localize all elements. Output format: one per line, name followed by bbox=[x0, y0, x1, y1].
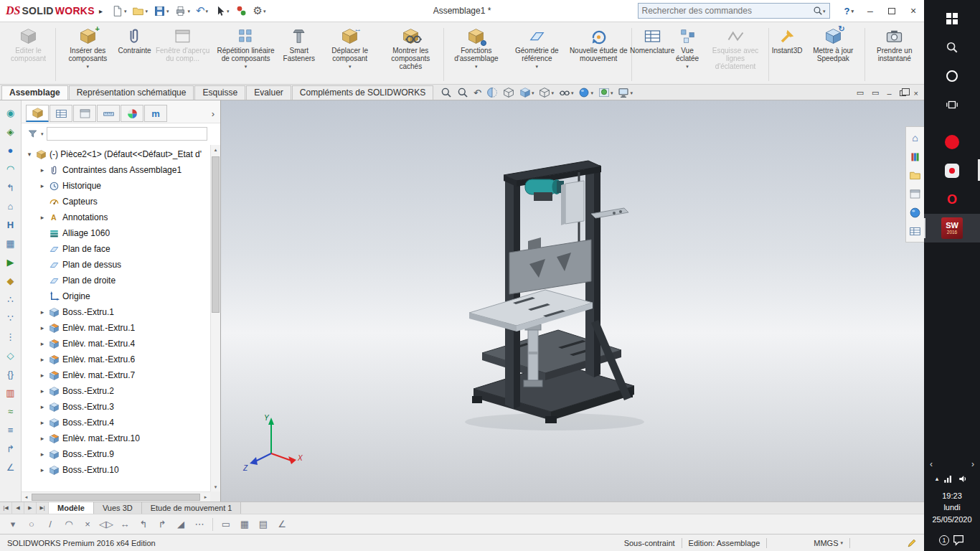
recording-app-button[interactable] bbox=[924, 128, 980, 156]
tab-featuremanager-tree[interactable] bbox=[26, 105, 49, 122]
ribbon-button-move-component[interactable]: ↔ Déplacer le composant ▾ bbox=[321, 25, 379, 71]
pattern-tool-button[interactable]: ▦ bbox=[236, 516, 253, 533]
search-button[interactable] bbox=[924, 33, 980, 62]
tab-configurationmanager[interactable] bbox=[73, 105, 96, 122]
tree-item[interactable]: Origine bbox=[22, 288, 210, 304]
tree-item[interactable]: ▸Boss.-Extru.4 bbox=[22, 415, 210, 430]
line-tool-button[interactable]: / bbox=[42, 516, 59, 533]
view-palette-tab[interactable] bbox=[908, 186, 923, 202]
left-toolbar-button[interactable]: ⋮ bbox=[3, 329, 19, 344]
search-input[interactable] bbox=[642, 6, 813, 16]
left-toolbar-button[interactable]: ▥ bbox=[3, 385, 19, 400]
open-document-button[interactable]: ▾ bbox=[129, 4, 151, 19]
resources-tab[interactable]: ⌂ bbox=[908, 130, 923, 146]
scroll-down-arrow[interactable]: ▾ bbox=[211, 482, 220, 491]
tree-item[interactable]: Plan de face bbox=[22, 241, 210, 257]
tree-item[interactable]: ▸Enlèv. mat.-Extru.4 bbox=[22, 336, 210, 352]
caret-down-icon[interactable]: ▾ bbox=[823, 9, 826, 14]
hide-show-items-button[interactable]: ▾ bbox=[557, 86, 575, 99]
cortana-button[interactable] bbox=[924, 62, 980, 90]
tab-propertymanager[interactable] bbox=[50, 105, 72, 122]
task-view-button[interactable] bbox=[924, 90, 980, 119]
save-button[interactable]: ▾ bbox=[151, 4, 172, 19]
left-toolbar-button[interactable]: ∴ bbox=[3, 291, 19, 307]
expand-arrow-icon[interactable]: ▸ bbox=[39, 403, 46, 410]
tree-item[interactable]: ▸Enlèv. mat.-Extru.6 bbox=[22, 352, 210, 367]
left-toolbar-button[interactable]: ◉ bbox=[3, 105, 19, 121]
expand-arrow-icon[interactable]: ▸ bbox=[39, 340, 46, 347]
caret-down-icon[interactable]: ▾ bbox=[41, 131, 44, 136]
minimize-button[interactable]: – bbox=[859, 1, 881, 20]
doc-restore-button[interactable] bbox=[900, 90, 906, 96]
undo-button[interactable]: ↶▾ bbox=[193, 3, 211, 19]
left-toolbar-button[interactable]: ≡ bbox=[3, 422, 19, 438]
ribbon-button-edit-component[interactable]: Editer le composant bbox=[3, 25, 54, 65]
more-tools-button[interactable]: ⋯ bbox=[191, 516, 208, 533]
design-library-tab[interactable] bbox=[908, 149, 923, 164]
chevron-left-icon[interactable]: ‹ bbox=[930, 459, 933, 469]
circle-tool-button[interactable]: ○ bbox=[23, 516, 40, 533]
ribbon-button-instant3d[interactable]: Instant3D bbox=[771, 25, 804, 57]
custom-properties-tab[interactable] bbox=[908, 223, 923, 239]
angle-dimension-button[interactable]: ∠ bbox=[273, 516, 291, 533]
collapse-arrow-icon[interactable]: ▾ bbox=[26, 151, 33, 158]
expand-arrow-icon[interactable]: ▸ bbox=[39, 356, 46, 363]
table-tool-button[interactable]: ▤ bbox=[255, 516, 272, 533]
search-icon[interactable] bbox=[813, 6, 823, 16]
tree-item[interactable]: ▸Enlèv. mat.-Extru.10 bbox=[22, 430, 210, 446]
tree-item[interactable]: ▸Contraintes dans Assemblage1 bbox=[22, 162, 210, 178]
scrollbar-thumb[interactable] bbox=[32, 494, 200, 501]
new-document-button[interactable]: ▾ bbox=[108, 4, 130, 19]
expand-arrow-icon[interactable]: ▸ bbox=[39, 372, 46, 379]
ribbon-button-show-hidden-components[interactable]: Montrer les composants cachés bbox=[379, 25, 442, 73]
expand-arrow-icon[interactable]: ▸ bbox=[39, 466, 46, 474]
start-button[interactable] bbox=[924, 4, 980, 33]
filter-funnel-icon[interactable] bbox=[27, 128, 38, 139]
left-toolbar-button[interactable]: ◠ bbox=[3, 161, 19, 176]
left-toolbar-button[interactable]: ∵ bbox=[3, 310, 19, 326]
left-toolbar-button[interactable]: {} bbox=[3, 366, 19, 382]
expand-arrow-icon[interactable]: ▸ bbox=[39, 324, 46, 331]
tab-scroll-last-button[interactable]: ▶| bbox=[37, 502, 49, 514]
tree-item[interactable]: ▸Annotations bbox=[22, 209, 210, 225]
tab-esquisse[interactable]: Esquisse bbox=[194, 85, 245, 100]
ribbon-button-smart-fasteners[interactable]: Smart Fasteners bbox=[278, 25, 321, 65]
expand-arrow-icon[interactable]: ▸ bbox=[39, 309, 46, 316]
tab-3d-views[interactable]: Vues 3D bbox=[94, 502, 142, 514]
tab-assemblage[interactable]: Assemblage bbox=[1, 85, 68, 100]
tree-filter-input[interactable] bbox=[47, 127, 207, 141]
left-toolbar-button[interactable]: ↱ bbox=[3, 441, 19, 456]
print-button[interactable]: ▾ bbox=[171, 4, 193, 19]
expand-arrow-icon[interactable]: ▸ bbox=[39, 451, 46, 458]
command-search-box[interactable]: ▾ bbox=[638, 3, 830, 19]
left-toolbar-button[interactable]: ◈ bbox=[3, 123, 19, 139]
zoom-fit-button[interactable] bbox=[439, 86, 453, 99]
scroll-up-arrow[interactable]: ▴ bbox=[211, 145, 220, 154]
ribbon-button-update-speedpak[interactable]: ↻ Mettre à jour Speedpak bbox=[804, 25, 863, 65]
tree-item[interactable]: ▸Boss.-Extru.10 bbox=[22, 462, 210, 478]
tree-item[interactable]: ▸Enlèv. mat.-Extru.1 bbox=[22, 320, 210, 336]
left-toolbar-button[interactable]: ◆ bbox=[3, 273, 19, 288]
expand-arrow-icon[interactable]: ▸ bbox=[39, 182, 46, 189]
zoom-area-button[interactable] bbox=[456, 86, 470, 99]
ribbon-button-new-motion-study[interactable]: Nouvelle étude de mouvement bbox=[567, 25, 630, 65]
display-style-button[interactable]: ▾ bbox=[537, 86, 555, 99]
toolbar-flyout-icon[interactable]: ▸ bbox=[99, 7, 103, 15]
edit-appearance-button[interactable]: ▾ bbox=[577, 86, 595, 99]
tile-window-icon[interactable]: ▭ bbox=[872, 88, 879, 98]
panel-overflow-chevron[interactable]: › bbox=[209, 108, 217, 119]
tab-model[interactable]: Modèle bbox=[49, 502, 94, 514]
expand-arrow-icon[interactable]: ▸ bbox=[39, 214, 46, 221]
section-view-button[interactable] bbox=[485, 86, 499, 99]
new-window-icon[interactable]: ▭ bbox=[857, 88, 864, 98]
tab-motion-study-1[interactable]: Etude de mouvement 1 bbox=[142, 502, 242, 514]
doc-close-button[interactable]: × bbox=[914, 89, 918, 98]
tree-item[interactable]: ▸Boss.-Extru.3 bbox=[22, 399, 210, 415]
left-toolbar-button[interactable]: ≈ bbox=[3, 403, 19, 419]
tree-item[interactable]: ▸Boss.-Extru.9 bbox=[22, 446, 210, 462]
appearances-tab[interactable] bbox=[908, 204, 923, 220]
left-toolbar-button[interactable]: ● bbox=[3, 142, 19, 158]
opera-browser-button[interactable]: O bbox=[924, 185, 980, 214]
tree-vertical-scrollbar[interactable]: ▴ ▾ bbox=[210, 145, 220, 491]
doc-minimize-button[interactable]: – bbox=[887, 89, 891, 98]
